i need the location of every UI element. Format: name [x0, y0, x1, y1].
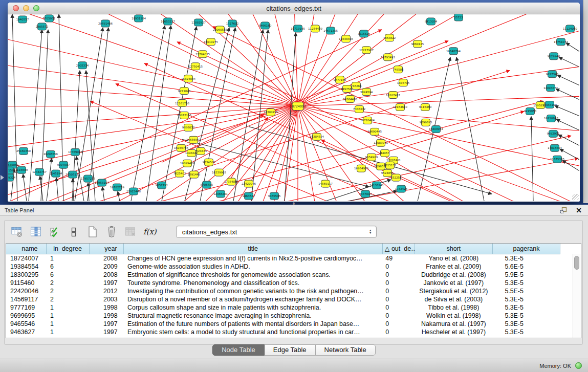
graph-node-label: 15751074 [554, 40, 568, 43]
graph-node-label: 16339903 [212, 171, 226, 174]
graph-node-label: 9129946 [548, 55, 560, 58]
table-row[interactable]: 911546021997Tourette syndrome. Phenomeno… [6, 279, 560, 287]
graph-node-label: 9465546 [268, 194, 281, 198]
background-window-edge [583, 0, 588, 203]
graph-node-label: 12161756 [175, 102, 189, 105]
memory-status-icon[interactable] [575, 362, 582, 369]
table-cell: 18724007 [6, 254, 46, 262]
table-cell: 1 [46, 320, 89, 328]
network-window[interactable]: citations_edges.txt 22060588160102751276… [8, 3, 580, 202]
table-row[interactable]: 1872400712008Changes of HCN gene express… [6, 254, 560, 262]
table-scrollbar[interactable] [573, 254, 581, 338]
column-header-name[interactable]: name [6, 244, 46, 254]
network-window-titlebar[interactable]: citations_edges.txt [8, 3, 580, 14]
column-header-short[interactable]: short [415, 244, 492, 254]
graph-node-label: 9463627 [243, 194, 255, 198]
graph-node-label: 14656967 [186, 138, 201, 141]
column-header-out_degree[interactable]: △ out_de… [382, 244, 415, 254]
graph-node-label: 2905334 [76, 64, 89, 67]
graph-node-label: 12207461 [386, 159, 401, 162]
table-cell: 9465546 [6, 320, 46, 328]
show-columns-icon[interactable] [30, 226, 42, 238]
graph-node-label: 17016504 [548, 146, 562, 149]
column-header-pagerank[interactable]: pagerank [492, 244, 560, 254]
table-panel-header: Table Panel ✕ [0, 205, 588, 216]
graph-node-label: 1615132 [384, 164, 396, 167]
table-cell: 2 [46, 287, 89, 295]
graph-node-label: 12750415 [188, 65, 203, 68]
function-builder-icon[interactable]: f(x) [143, 226, 157, 238]
table-row[interactable]: 946362711997Embryonic stem cells: a mode… [6, 328, 560, 336]
graph-node-label: 11548408 [339, 37, 353, 40]
selection-helper-icon[interactable] [49, 226, 61, 238]
graph-node-label: 12217987 [359, 49, 374, 52]
graph-node-label: 12923448 [126, 190, 141, 193]
graph-node-label: 9154909 [365, 156, 378, 159]
table-cell: Investigating the contribution of common… [123, 287, 382, 295]
rows-icon[interactable] [68, 226, 80, 238]
graph-node-label: 16107437 [386, 94, 400, 97]
column-header-title[interactable]: title [123, 244, 382, 254]
graph-node-label: 1498222 [185, 151, 198, 155]
graph-node-label: 8466160 [259, 24, 272, 27]
window-resize-grip[interactable] [572, 194, 579, 201]
column-header-in_degree[interactable]: in_degree [46, 244, 89, 254]
table-cell: 5.3E-5 [492, 254, 560, 262]
graph-node-label: 12764035 [195, 53, 210, 56]
graph-node-label: 9497568 [341, 87, 354, 91]
table-row[interactable]: 1830029562008Estimation of significance … [6, 271, 560, 279]
table-cell: 5.3E-5 [492, 312, 560, 320]
float-panel-icon[interactable] [560, 207, 568, 214]
graph-node-label: 9634508 [203, 161, 215, 164]
table-cell: 0 [382, 295, 415, 303]
graph-node-label: 12444159 [542, 103, 557, 106]
table-cell: 0 [382, 271, 415, 279]
table-selector[interactable]: citations_edges.txt ▲▼ [176, 226, 377, 238]
table-row[interactable]: 946554611997Estimation of the future num… [6, 320, 560, 328]
graph-node-label: 16046756 [174, 146, 188, 149]
table-cell: Dudbridge et al. (2008) [415, 271, 492, 279]
table-cell: Jankovic et al. (1997) [415, 279, 492, 287]
delete-column-icon[interactable] [105, 226, 118, 238]
graph-node-label: 1691448 [188, 173, 201, 176]
table-tabs: Node Table Edge Table Network Table [0, 344, 588, 356]
minimize-window-button[interactable] [23, 5, 29, 11]
table-cell: 1 [46, 328, 89, 336]
table-row[interactable]: 977716911998Corpus callosum shape and si… [6, 303, 560, 312]
new-column-icon[interactable] [86, 226, 99, 238]
table-scrollbar-thumb[interactable] [574, 256, 579, 270]
graph-canvas[interactable]: 2206058816010275127640351275041515824094… [8, 14, 579, 201]
table-cell: 1997 [89, 279, 123, 287]
table-row[interactable]: 1456911722003Disruption of a novel membe… [6, 295, 560, 303]
graph-node-label: 20691406 [98, 22, 113, 25]
zoom-window-button[interactable] [33, 5, 39, 11]
tab-node-table[interactable]: Node Table [212, 344, 265, 356]
graph-node-label: 5706485 [201, 183, 213, 186]
graph-node-label: 9886038 [182, 126, 195, 129]
table-cell: 14569117 [6, 295, 46, 303]
close-window-button[interactable] [13, 5, 19, 11]
table-row[interactable]: 1938455462009Genome-wide association stu… [6, 262, 560, 271]
table-cell: 5.3E-5 [492, 295, 560, 303]
close-panel-icon[interactable]: ✕ [576, 207, 582, 214]
tab-edge-table[interactable]: Edge Table [265, 344, 316, 356]
table-selector-value: citations_edges.txt [182, 228, 237, 236]
graph-node-label: 7625402 [173, 172, 186, 175]
table-row[interactable]: 2242004622012Investigating the contribut… [6, 287, 560, 295]
panel-collapse-arrow[interactable] [1, 175, 7, 180]
table-cell: 5.3E-5 [492, 320, 560, 328]
graph-node-label: 12466201 [213, 192, 228, 195]
graph-node-label: 16010275 [204, 40, 218, 43]
graph-node-label: 20364486 [343, 98, 357, 101]
table-cell: 0 [382, 262, 415, 271]
table-cell: 5.6E-5 [492, 262, 560, 271]
graph-node-label: 14569117 [318, 182, 333, 185]
graph-node-label: 1940557 [16, 18, 29, 21]
column-header-year[interactable]: year [89, 244, 123, 254]
tab-network-table[interactable]: Network Table [316, 344, 376, 356]
table-options-icon[interactable] [11, 226, 23, 238]
table-cell: Nakamura et al. (1997) [415, 320, 492, 328]
table-row[interactable]: 969969511998Structural magnetic resonanc… [6, 312, 560, 320]
graph-node-label: 16210643 [544, 117, 558, 120]
table-cell: 18300295 [6, 271, 46, 279]
